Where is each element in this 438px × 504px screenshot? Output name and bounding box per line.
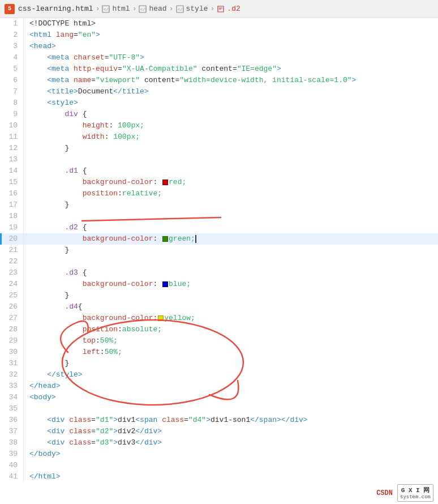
breadcrumb-style[interactable]: </> style: [176, 5, 208, 13]
line-content[interactable]: <meta http-equiv="X-UA-Compatible" conte…: [24, 63, 438, 75]
token-tag: >: [113, 427, 118, 435]
line-content[interactable]: }: [24, 143, 438, 154]
line-content[interactable]: }: [24, 199, 438, 211]
token-text: div1: [118, 416, 135, 424]
code-line: 16 position:relative;: [0, 188, 438, 199]
token-tag: >: [96, 31, 100, 39]
line-content[interactable]: position:relative;: [24, 188, 438, 199]
line-content[interactable]: [24, 154, 438, 165]
code-line: 17 }: [0, 199, 438, 211]
token-prop-val: 50%;: [100, 336, 118, 345]
line-content[interactable]: }: [24, 358, 438, 369]
code-line: 3<head>: [0, 41, 438, 52]
line-content[interactable]: <div class="d2">div2</div>: [24, 426, 438, 437]
token-colon: :: [105, 133, 114, 141]
code-line: 22: [0, 256, 438, 267]
breadcrumb-html[interactable]: </> html: [102, 5, 130, 13]
token-punct: =: [184, 416, 188, 424]
code-line: 5 <meta http-equiv="X-UA-Compatible" con…: [0, 63, 438, 75]
token-css-brace: {: [78, 268, 87, 277]
token-tag: </title>: [113, 87, 148, 96]
code-line: 6 <meta name="viewport" content="width=d…: [0, 75, 438, 86]
line-number: 11: [0, 131, 24, 143]
line-content[interactable]: }: [24, 290, 438, 301]
line-content[interactable]: [24, 256, 438, 267]
code-line: 23 .d3 {: [0, 267, 438, 279]
token-tag: </div>: [135, 427, 162, 435]
line-content[interactable]: </body>: [24, 449, 438, 460]
token-prop-val: 50%;: [105, 348, 122, 356]
token-punct: <!DOCTYPE html>: [29, 19, 96, 28]
line-number: 25: [0, 290, 24, 301]
line-content[interactable]: background-color:yellow;: [24, 313, 438, 324]
token-prop-val: relative;: [122, 189, 162, 198]
token-css-brace: }: [65, 359, 69, 368]
line-content[interactable]: <html lang="en">: [24, 29, 438, 41]
line-number: 27: [0, 313, 24, 324]
line-number: 16: [0, 188, 24, 199]
code-line: 4 <meta charset="UTF-8">: [0, 52, 438, 63]
token-css-brace: }: [65, 291, 69, 300]
token-val: "d3": [96, 438, 113, 447]
token-tag: >: [206, 416, 211, 424]
line-content[interactable]: .d4{: [24, 301, 438, 313]
line-content[interactable]: .d2 {: [24, 222, 438, 233]
line-content[interactable]: <meta charset="UTF-8">: [24, 52, 438, 63]
token-prop-val: 100px;: [113, 133, 140, 141]
breadcrumb-d2[interactable]: .d2: [217, 5, 240, 13]
token-val: "width=device-width, initial-scale=1.0": [179, 76, 351, 84]
line-number: 8: [0, 97, 24, 109]
token-tag: </span></div>: [250, 416, 307, 424]
color-swatch: [158, 315, 164, 321]
line-content[interactable]: <body>: [24, 392, 438, 403]
line-content[interactable]: <meta name="viewport" content="width=dev…: [24, 75, 438, 86]
token-property: background-color: [83, 178, 153, 186]
line-number: 37: [0, 426, 24, 437]
code-line: 13: [0, 154, 438, 165]
breadcrumb-head[interactable]: </> head: [139, 5, 166, 13]
line-content[interactable]: left:50%;: [24, 347, 438, 358]
line-content[interactable]: </html>: [24, 471, 438, 482]
line-content[interactable]: </head>: [24, 381, 438, 392]
d2-icon: [217, 5, 225, 13]
line-content[interactable]: </style>: [24, 369, 438, 381]
token-val: "en": [78, 31, 96, 39]
line-content[interactable]: .d1 {: [24, 165, 438, 177]
line-content[interactable]: <!DOCTYPE html>: [24, 18, 438, 29]
line-content[interactable]: [24, 460, 438, 471]
line-number: 39: [0, 449, 24, 460]
token-tag: <style>: [47, 99, 78, 107]
token-colon: :: [100, 348, 105, 356]
token-attr: name: [69, 76, 91, 84]
line-content[interactable]: width: 100px;: [24, 131, 438, 143]
line-content[interactable]: <div class="d3">div3</div>: [24, 437, 438, 449]
color-swatch: [162, 236, 168, 242]
line-content[interactable]: .d3 {: [24, 267, 438, 279]
breadcrumb-filename[interactable]: css-learning.html: [18, 5, 93, 13]
token-tag: </style>: [47, 370, 82, 379]
token-prop-val: red;: [169, 178, 186, 186]
line-content[interactable]: div {: [24, 109, 438, 120]
line-content[interactable]: top:50%;: [24, 335, 438, 347]
line-content[interactable]: <head>: [24, 41, 438, 52]
line-content[interactable]: background-color: red;: [24, 177, 438, 188]
token-text: Document: [78, 87, 113, 96]
line-content[interactable]: background-color: blue;: [24, 279, 438, 290]
line-content[interactable]: <style>: [24, 97, 438, 109]
line-content[interactable]: [24, 403, 438, 415]
code-line: 8 <style>: [0, 97, 438, 109]
html-box-icon: </>: [102, 5, 110, 13]
line-content[interactable]: <div class="d1">div1<span class="d4">div…: [24, 415, 438, 426]
token-val: "viewport": [96, 76, 140, 84]
line-content[interactable]: height: 100px;: [24, 120, 438, 131]
token-css-brace: {: [78, 110, 87, 118]
token-tag: <title>: [47, 87, 78, 96]
line-content[interactable]: [24, 211, 438, 222]
line-content[interactable]: <title>Document</title>: [24, 86, 438, 97]
line-content[interactable]: }: [24, 245, 438, 256]
line-content[interactable]: position:absolute;: [24, 324, 438, 335]
code-line: 10 height: 100px;: [0, 120, 438, 131]
code-line: 19 .d2 {: [0, 222, 438, 233]
line-content[interactable]: background-color: green;: [24, 233, 438, 245]
code-line: 27 background-color:yellow;: [0, 313, 438, 324]
